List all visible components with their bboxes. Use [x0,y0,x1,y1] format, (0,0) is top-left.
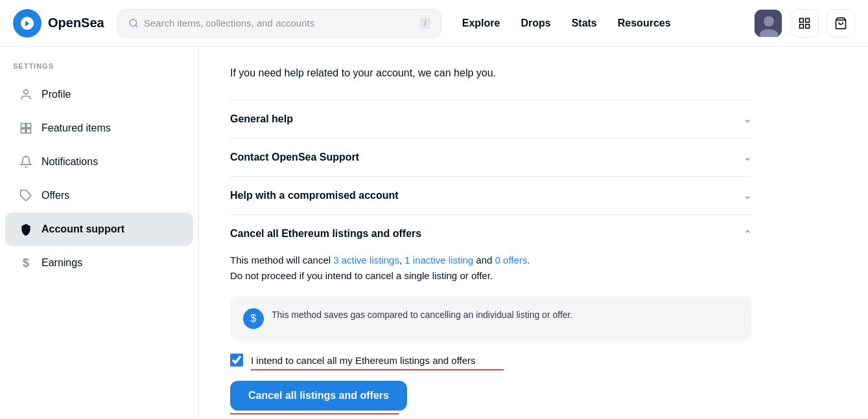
offers-link[interactable]: 0 offers [495,255,528,266]
featured-icon [18,120,34,136]
inactive-listing-link[interactable]: 1 inactive listing [405,255,473,266]
accordion-general-help-header[interactable]: General help ⌄ [230,100,751,138]
svg-rect-7 [800,24,804,28]
info-box: $ This method saves gas compared to canc… [230,297,751,341]
slash-badge: / [420,17,430,29]
accordion-compromised-account-label: Help with a compromised account [230,190,399,201]
offers-icon [18,188,34,203]
desc-line2: Do not proceed if you intend to cancel a… [230,270,493,281]
checkbox-underline [251,369,504,370]
logo[interactable]: OpenSea [13,9,104,38]
desc-suffix: . [527,255,530,266]
svg-point-3 [764,16,774,27]
svg-rect-8 [806,24,810,28]
accordion-cancel-listings-body: This method will cancel 3 active listing… [230,253,751,419]
svg-rect-11 [21,124,26,128]
profile-icon [18,87,34,102]
accordion-contact-support-label: Contact OpenSea Support [230,152,359,163]
accordion-general-help: General help ⌄ [230,100,751,138]
sidebar-item-featured[interactable]: Featured items [5,111,193,145]
nav-resources[interactable]: Resources [618,17,671,29]
chevron-down-icon: ⌄ [744,114,751,124]
page-layout: Settings Profile Featured items [0,47,868,419]
accordion-cancel-listings: Cancel all Ethereum listings and offers … [230,214,751,419]
active-listings-link[interactable]: 3 active listings [333,255,399,266]
chevron-up-icon: ⌄ [744,229,751,239]
accordion-compromised-account-header[interactable]: Help with a compromised account ⌄ [230,177,751,214]
dollar-icon: $ [243,308,264,329]
accordion-contact-support-header[interactable]: Contact OpenSea Support ⌄ [230,139,751,176]
desc-prefix: This method will cancel [230,255,333,266]
svg-rect-12 [27,124,31,128]
accordion-cancel-listings-label: Cancel all Ethereum listings and offers [230,228,421,240]
sidebar-label: Settings [0,62,198,78]
sidebar-item-notifications[interactable]: Notifications [5,145,193,179]
svg-rect-5 [800,18,804,22]
sidebar-label-earnings: Earnings [41,257,82,269]
checkbox-label: I intend to cancel all my Ethereum listi… [251,355,476,366]
accordion-general-help-label: General help [230,113,293,125]
nav-drops[interactable]: Drops [521,17,550,29]
sep2: and [473,255,495,266]
listing-description: This method will cancel 3 active listing… [230,253,751,284]
cancel-checkbox[interactable] [230,354,243,367]
cancel-button-container: Cancel all listings and offers [230,381,751,414]
support-intro-text: If you need help related to your account… [230,67,751,79]
sidebar-label-notifications: Notifications [41,156,98,168]
nav-stats[interactable]: Stats [572,17,597,29]
logo-text: OpenSea [48,16,104,30]
sidebar-item-profile[interactable]: Profile [5,78,193,111]
main-content: If you need help related to your account… [199,47,782,419]
nav-explore[interactable]: Explore [462,17,500,29]
checkbox-row: I intend to cancel all my Ethereum listi… [230,354,751,367]
svg-point-0 [130,19,137,27]
accordion-compromised-account: Help with a compromised account ⌄ [230,176,751,214]
cart-button[interactable] [827,9,855,38]
header-icons [754,9,855,38]
sidebar-label-account-support: Account support [41,223,124,235]
accordion-cancel-listings-header[interactable]: Cancel all Ethereum listings and offers … [230,215,751,253]
profile-button[interactable] [790,9,819,38]
info-text: This method saves gas compared to cancel… [272,308,572,322]
sidebar-label-profile: Profile [41,89,71,100]
svg-rect-6 [806,18,810,22]
svg-rect-14 [27,129,31,133]
sidebar-item-account-support[interactable]: Account support [5,212,193,246]
sidebar: Settings Profile Featured items [0,47,199,419]
chevron-down-icon: ⌄ [744,190,751,201]
sidebar-label-offers: Offers [41,190,69,201]
svg-line-1 [135,25,137,27]
header: OpenSea / Explore Drops Stats Resources [0,0,868,47]
cancel-all-button[interactable]: Cancel all listings and offers [230,381,407,411]
svg-point-10 [24,90,29,95]
sidebar-item-offers[interactable]: Offers [5,179,193,212]
earnings-icon: $ [18,255,34,271]
sidebar-label-featured: Featured items [41,122,111,134]
button-underline [230,413,399,414]
search-icon [128,18,139,28]
search-input[interactable] [144,17,416,28]
accordion-contact-support: Contact OpenSea Support ⌄ [230,138,751,176]
account-support-icon [18,221,34,237]
search-bar[interactable]: / [117,9,441,38]
nav: Explore Drops Stats Resources [462,17,671,29]
svg-rect-13 [21,129,26,133]
avatar-button[interactable] [754,9,782,38]
logo-icon [13,9,41,38]
chevron-down-icon: ⌄ [744,152,751,163]
sidebar-item-earnings[interactable]: $ Earnings [5,246,193,280]
notification-icon [18,154,34,170]
